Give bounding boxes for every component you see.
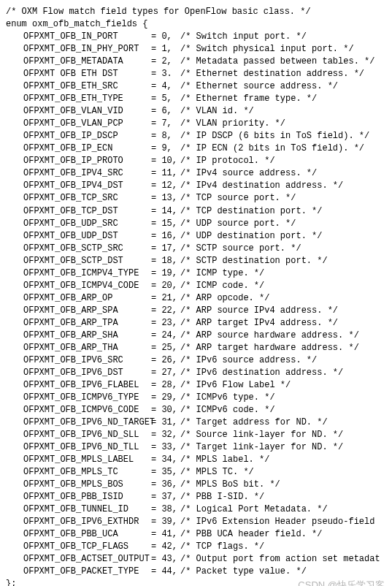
enum-declaration: enum oxm_ofb_match_fields {: [6, 18, 386, 31]
indent: [6, 330, 23, 342]
enum-field-row: OFPXMT_OFB_IP_ECN= 9,/* IP ECN (2 bits i…: [6, 142, 386, 155]
enum-field-value: = 8,: [151, 130, 180, 142]
enum-field-comment: /* Switch input port. */: [180, 31, 307, 43]
enum-field-name: OFPXMT_OFB_SCTP_SRC: [23, 243, 151, 255]
enum-field-value: = 1,: [151, 43, 180, 56]
enum-field-value: = 9,: [151, 142, 180, 155]
indent: [6, 218, 23, 230]
enum-field-row: OFPXMT_OFB_TCP_FLAGS= 42,/* TCP flags. *…: [6, 541, 386, 553]
enum-field-value: = 30,: [151, 404, 180, 416]
enum-field-row: OFPXMT_OFB_ICMPV4_TYPE= 19,/* ICMP type.…: [6, 267, 386, 280]
enum-field-comment: /* IPv6 source address. */: [180, 354, 317, 367]
enum-field-comment: /* VLAN id. */: [180, 105, 254, 118]
enum-field-comment: /* Packet type value. */: [180, 566, 307, 578]
enum-field-comment: /* ARP source hardware address. */: [180, 330, 359, 342]
enum-field-name: OFPXMT_OFB_ARP_SHA: [23, 330, 151, 342]
enum-field-value: = 29,: [151, 392, 180, 404]
enum-field-row: OFPXMT_OFB_MPLS_TC= 35,/* MPLS TC. */: [6, 466, 386, 479]
enum-field-value: = 13,: [151, 192, 180, 205]
enum-field-row: OFPXMT_OFB_IPV6_ND_TLL= 33,/* Target lin…: [6, 441, 386, 454]
enum-field-comment: /* IPv6 destination address. */: [180, 367, 343, 379]
enum-field-name: OFPXMT_OFB_VLAN_VID: [23, 105, 151, 118]
enum-field-name: OFPXMT_OFB_IPV4_SRC: [23, 167, 151, 180]
enum-field-row: OFPXMT_OFB_IP_DSCP= 8,/* IP DSCP (6 bits…: [6, 130, 386, 142]
enum-field-value: = 36,: [151, 479, 180, 491]
enum-field-comment: /* PBB I-SID. */: [180, 491, 264, 503]
indent: [6, 354, 23, 367]
enum-field-name: OFPXMT_OFB_IPV6_ND_TARGET: [23, 416, 151, 429]
enum-field-value: = 19,: [151, 267, 180, 280]
enum-field-row: OFPXMT_OFB_ETH_SRC= 4,/* Ethernet source…: [6, 80, 386, 93]
enum-field-value: = 17,: [151, 243, 180, 255]
enum-field-name: OFPXMT_OFB_IPV4_DST: [23, 180, 151, 192]
enum-field-name: OFPXMT_OFB_ARP_TPA: [23, 317, 151, 330]
enum-field-name: OFPXMT_OFB_ACTSET_OUTPUT: [23, 553, 151, 566]
enum-field-name: OFPXMT_OFB_ICMPV6_CODE: [23, 404, 151, 416]
indent: [6, 31, 23, 43]
enum-field-name: OFPXMT_OFB_ICMPV6_TYPE: [23, 392, 151, 404]
indent: [6, 379, 23, 392]
indent: [6, 566, 23, 578]
indent: [6, 479, 23, 491]
enum-field-comment: /* IPv4 source address. */: [180, 167, 317, 180]
enum-field-row: OFPXMT_OFB_IP_PROTO= 10,/* IP protocol. …: [6, 155, 386, 167]
enum-field-name: OFPXMT_OFB_IP_DSCP: [23, 130, 151, 142]
enum-field-row: OFPXMT_OFB_ARP_SHA= 24,/* ARP source har…: [6, 330, 386, 342]
enum-field-name: OFPXMT_OFB_IP_ECN: [23, 142, 151, 155]
enum-field-value: = 21,: [151, 292, 180, 305]
indent: [6, 167, 23, 180]
indent: [6, 541, 23, 553]
indent: [6, 68, 23, 80]
enum-field-row: OFPXMT_OFB_METADATA= 2,/* Metadata passe…: [6, 56, 386, 68]
indent: [6, 180, 23, 192]
enum-field-name: OFPXMT_OFB_ETH_TYPE: [23, 93, 151, 105]
enum-field-comment: /* Switch physical input port. */: [180, 43, 354, 56]
enum-field-comment: /* TCP destination port. */: [180, 205, 322, 218]
indent: [6, 503, 23, 516]
enum-field-row: OFPXMT_OFB_VLAN_VID= 6,/* VLAN id. */: [6, 105, 386, 118]
enum-field-value: = 14,: [151, 205, 180, 218]
enum-field-row: OFPXMT_OFB_ETH_TYPE= 5,/* Ethernet frame…: [6, 93, 386, 105]
enum-field-comment: /* SCTP destination port. */: [180, 255, 328, 267]
indent: [6, 56, 23, 68]
indent: [6, 553, 23, 566]
indent: [6, 280, 23, 292]
enum-field-comment: /* TCP source port. */: [180, 192, 296, 205]
enum-field-comment: /* ICMPv6 code. */: [180, 404, 275, 416]
indent: [6, 367, 23, 379]
enum-field-comment: /* ARP source IPv4 address. */: [180, 305, 338, 317]
enum-field-row: OFPXMT_OFB_IPV4_SRC= 11,/* IPv4 source a…: [6, 167, 386, 180]
enum-field-name: OFPXMT_OFB_ARP_THA: [23, 342, 151, 354]
enum-field-comment: /* SCTP source port. */: [180, 243, 301, 255]
enum-field-name: OFPXMT_OFB_PBB_ISID: [23, 491, 151, 503]
enum-field-row: OFPXMT_OFB_IN_PORT= 0,/* Switch input po…: [6, 31, 386, 43]
enum-field-comment: /* MPLS TC. */: [180, 466, 254, 479]
enum-field-comment: /* ICMPv6 type. */: [180, 392, 275, 404]
enum-field-comment: /* IP ECN (2 bits in ToS field). */: [180, 142, 364, 155]
enum-field-comment: /* UDP source port. */: [180, 218, 296, 230]
enum-field-value: = 33,: [151, 441, 180, 454]
enum-field-comment: /* PBB UCA header field. */: [180, 528, 322, 541]
enum-field-row: OFPXMT OFB ETH DST= 3./* Ethernet destin…: [6, 68, 386, 80]
enum-field-name: OFPXMT_OFB_IPV6_ND_TLL: [23, 441, 151, 454]
indent: [6, 429, 23, 441]
enum-field-row: OFPXMT_OFB_SCTP_SRC= 17,/* SCTP source p…: [6, 243, 386, 255]
enum-field-comment: /* IP DSCP (6 bits in ToS field). */: [180, 130, 369, 142]
enum-field-value: = 12,: [151, 180, 180, 192]
enum-field-comment: /* ARP target hardware address. */: [180, 342, 359, 354]
enum-field-value: = 22,: [151, 305, 180, 317]
enum-field-name: OFPXMT OFB ETH DST: [23, 68, 151, 80]
indent: [6, 130, 23, 142]
enum-field-comment: /* Target address for ND. */: [180, 416, 328, 429]
enum-field-name: OFPXMT_OFB_IN_PORT: [23, 31, 151, 43]
enum-field-row: OFPXMT_OFB_MPLS_LABEL= 34,/* MPLS label.…: [6, 454, 386, 466]
enum-field-comment: /* Ethernet frame type. */: [180, 93, 317, 105]
enum-field-name: OFPXMT_OFB_IP_PROTO: [23, 155, 151, 167]
enum-field-value: = 11,: [151, 167, 180, 180]
enum-field-value: = 41,: [151, 528, 180, 541]
enum-close: };: [6, 578, 386, 586]
enum-field-value: = 24,: [151, 330, 180, 342]
enum-field-name: OFPXMT_OFB_ICMPV4_TYPE: [23, 267, 151, 280]
enum-field-value: = 25,: [151, 342, 180, 354]
indent: [6, 491, 23, 503]
